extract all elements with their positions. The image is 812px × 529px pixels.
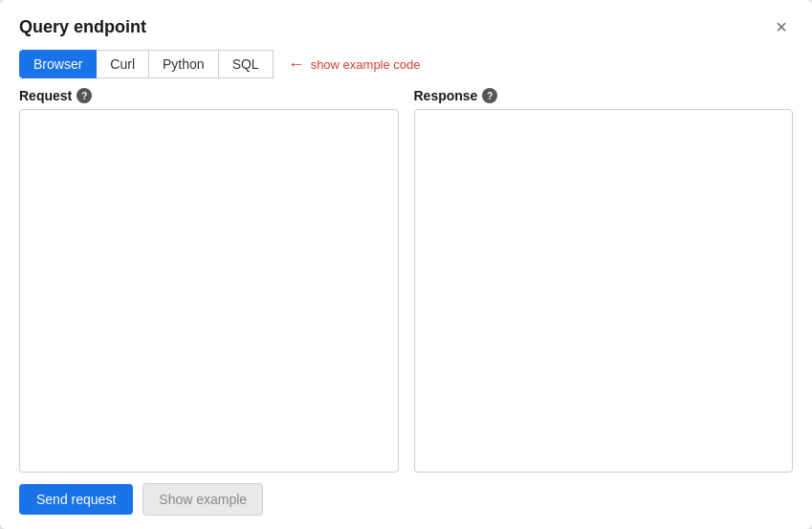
response-help-icon[interactable]: ? [482, 88, 497, 103]
modal-footer: Send request Show example [0, 470, 812, 529]
show-example-code-label: show example code [311, 57, 421, 72]
request-textarea[interactable] [19, 109, 399, 473]
close-button[interactable]: × [770, 15, 793, 38]
show-example-code-annotation: ← show example code [288, 55, 421, 75]
modal-overlay: Query endpoint × Browser Curl Python SQL… [0, 0, 812, 529]
tab-browser[interactable]: Browser [19, 50, 97, 78]
request-panel-label: Request ? [19, 88, 399, 103]
request-label-text: Request [19, 88, 72, 103]
response-panel-label: Response ? [414, 88, 794, 103]
tab-python[interactable]: Python [148, 50, 219, 78]
arrow-left-icon: ← [288, 55, 305, 75]
show-example-button[interactable]: Show example [143, 483, 263, 516]
query-endpoint-modal: Query endpoint × Browser Curl Python SQL… [0, 0, 812, 529]
response-panel: Response ? [414, 88, 794, 470]
response-label-text: Response [414, 88, 478, 103]
tabs-row: Browser Curl Python SQL ← show example c… [0, 50, 812, 88]
response-textarea[interactable] [414, 109, 794, 473]
tab-curl[interactable]: Curl [96, 50, 149, 78]
request-help-icon[interactable]: ? [77, 88, 92, 103]
modal-title: Query endpoint [19, 17, 146, 37]
panels-row: Request ? Response ? [0, 88, 812, 470]
request-panel: Request ? [19, 88, 399, 470]
tab-sql[interactable]: SQL [218, 50, 274, 78]
send-request-button[interactable]: Send request [19, 484, 133, 515]
modal-header: Query endpoint × [0, 0, 812, 50]
